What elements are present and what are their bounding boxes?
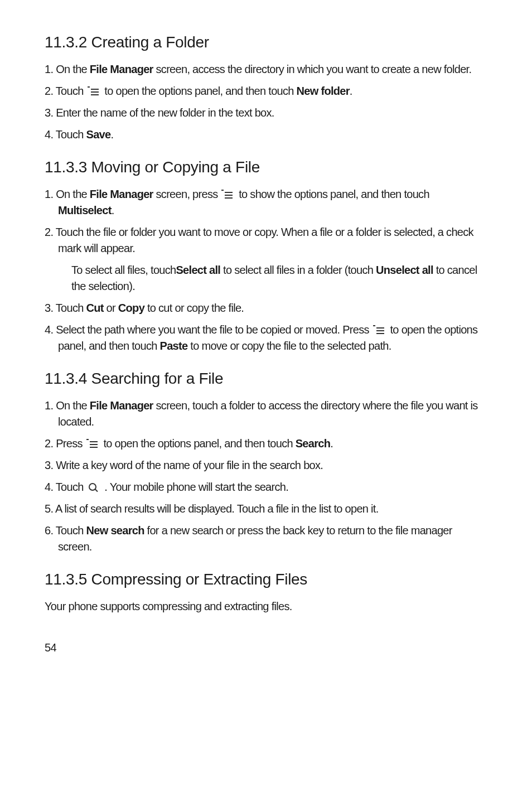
- menu-icon: [374, 326, 385, 335]
- bold-new-folder: New folder: [297, 85, 350, 97]
- text: to open the options panel, and then touc…: [102, 85, 297, 97]
- section-heading: 11.3.3 Moving or Copying a File: [45, 158, 487, 176]
- text: 2. Touch: [45, 85, 86, 97]
- text: 6. Touch: [45, 524, 86, 537]
- text: .: [330, 437, 333, 450]
- text: to cut or copy the file.: [144, 302, 244, 314]
- bold-select-all: Select all: [176, 264, 220, 276]
- text: to move or copy the file to the selected…: [187, 340, 391, 352]
- menu-icon: [88, 440, 99, 449]
- text: .: [110, 128, 113, 141]
- step-3: 3. Enter the name of the new folder in t…: [45, 105, 487, 121]
- text: screen, access the directory in which yo…: [153, 63, 472, 75]
- text: 4. Touch: [45, 128, 86, 141]
- text: screen, press: [153, 188, 221, 200]
- bold-multiselect: Multiselect: [58, 204, 112, 216]
- step-1: 1. On the File Manager screen, touch a f…: [45, 398, 487, 430]
- text: .: [112, 204, 114, 216]
- text: To select all files, touch: [71, 264, 176, 276]
- bold-unselect-all: Unselect all: [376, 264, 433, 276]
- section-heading: 11.3.4 Searching for a File: [45, 370, 487, 388]
- step-3: 3. Write a key word of the name of your …: [45, 457, 487, 474]
- bold-file-manager: File Manager: [90, 399, 153, 412]
- text: . Your mobile phone will start the searc…: [102, 481, 289, 493]
- text: 4. Touch: [45, 481, 86, 493]
- text: 2. Press: [45, 437, 85, 450]
- bold-cut: Cut: [86, 302, 104, 314]
- bold-search: Search: [296, 437, 331, 450]
- step-3: 3. Touch Cut or Copy to cut or copy the …: [45, 300, 487, 316]
- step-2: 2. Press to open the options panel, and …: [45, 436, 487, 452]
- text: .: [350, 85, 352, 97]
- page-number: 54: [45, 641, 487, 654]
- step-1: 1. On the File Manager screen, access th…: [45, 61, 487, 78]
- section-heading: 11.3.5 Compressing or Extracting Files: [45, 571, 487, 588]
- step-4: 4. Touch Save.: [45, 127, 487, 143]
- step-1: 1. On the File Manager screen, press to …: [45, 186, 487, 219]
- section-creating-folder: 11.3.2 Creating a Folder 1. On the File …: [45, 33, 487, 143]
- menu-icon: [89, 88, 100, 96]
- section-heading: 11.3.2 Creating a Folder: [45, 33, 487, 51]
- text: to show the options panel, and then touc…: [236, 188, 429, 200]
- step-2: 2. Touch to open the options panel, and …: [45, 83, 487, 99]
- bold-paste: Paste: [160, 340, 188, 352]
- step-6: 6. Touch New search for a new search or …: [45, 523, 487, 555]
- step-2: 2. Touch the file or folder you want to …: [45, 224, 487, 257]
- text: 1. On the: [45, 63, 90, 75]
- menu-icon: [223, 191, 234, 200]
- section-moving-copying: 11.3.3 Moving or Copying a File 1. On th…: [45, 158, 487, 354]
- text: 4. Select the path where you want the fi…: [45, 323, 372, 336]
- bold-copy: Copy: [118, 302, 144, 314]
- section-compressing: 11.3.5 Compressing or Extracting Files Y…: [45, 571, 487, 615]
- bold-save: Save: [86, 128, 111, 141]
- text: to open the options panel, and then touc…: [101, 437, 296, 450]
- text: 1. On the: [45, 399, 90, 412]
- step-4: 4. Select the path where you want the fi…: [45, 322, 487, 354]
- step-4: 4. Touch . Your mobile phone will start …: [45, 479, 487, 495]
- text: 3. Touch: [45, 302, 86, 314]
- section-searching: 11.3.4 Searching for a File 1. On the Fi…: [45, 370, 487, 555]
- step-2-sub: To select all files, touchSelect all to …: [45, 262, 487, 294]
- step-5: 5. A list of search results will be disp…: [45, 501, 487, 517]
- search-icon: [89, 483, 100, 493]
- bold-file-manager: File Manager: [90, 188, 153, 200]
- body-text: Your phone supports compressing and extr…: [45, 598, 487, 615]
- text: or: [104, 302, 118, 314]
- bold-new-search: New search: [86, 524, 144, 537]
- text: 1. On the: [45, 188, 90, 200]
- bold-file-manager: File Manager: [90, 63, 153, 75]
- text: to select all files in a folder (touch: [220, 264, 376, 276]
